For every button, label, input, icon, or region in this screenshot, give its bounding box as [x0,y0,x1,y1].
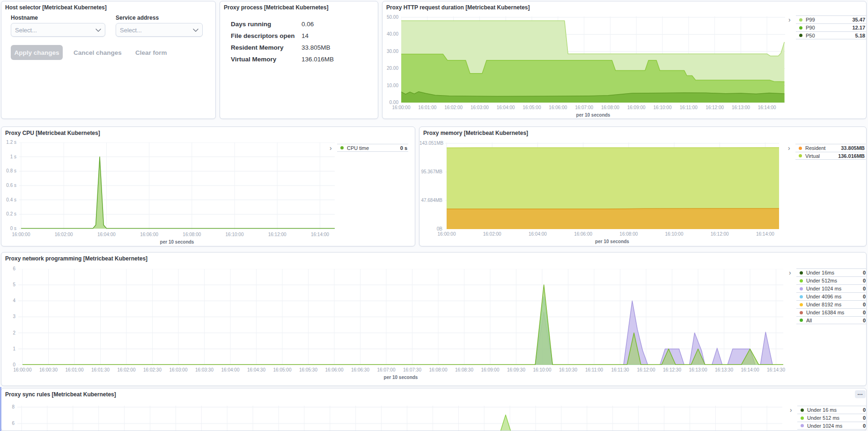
legend-item[interactable]: Under 4096 ms0 [796,292,867,300]
legend-color-dot [800,303,803,306]
y-axis-tick-label: 2 [1,330,15,335]
legend-color-dot [799,18,802,22]
panel-proxy-memory: Proxy memory [Metricbeat Kubernetes] 0B4… [419,126,867,246]
series-area-cpu-time [21,157,335,229]
y-axis-tick-label: 0.2 s [1,211,16,216]
panel-proxy-network-programming: Proxy network programming [Metricbeat Ku… [1,252,867,386]
y-axis-tick-label: 0B [419,226,442,231]
legend-color-dot [800,311,803,314]
x-axis-tick-label: 16:14:00 [748,105,786,110]
legend-value: 0 s [400,145,407,151]
legend-collapse-icon[interactable]: › [788,145,790,151]
legend-color-dot [800,319,803,322]
legend-item[interactable]: Under 512ms0 [796,276,867,284]
legend-item[interactable]: CPU time0 s [337,144,408,152]
x-axis-title: per 10 seconds [546,112,640,118]
memory-chart: 0B47.684MB95.367MB143.051MB16:00:0016:02… [419,127,866,246]
y-axis-tick-label: 6 [1,421,15,426]
legend-item[interactable]: Virtual136.016MB [795,152,866,160]
legend-collapse-icon[interactable]: › [788,17,791,22]
service-address-select[interactable]: Select... [116,23,203,37]
x-axis-tick-label: 16:10:00 [655,231,693,237]
x-axis-tick-label: 16:00:00 [2,232,40,237]
legend-item[interactable]: Under 8192 ms0 [796,300,867,308]
series-area-resident [447,208,779,229]
x-axis-tick-label: 16:08:00 [173,232,211,237]
chart-legend: P9935.47P9012.17P505.18 [796,15,866,39]
y-axis-tick-label: 1.2 s [1,140,16,145]
legend-item[interactable]: P9935.47 [796,15,866,23]
metric-row: File descriptors open14 [231,32,309,39]
metric-value: 33.805MB [302,44,331,51]
legend-label: Resident [805,145,841,151]
x-axis-tick-label: 16:14:00 [746,231,784,237]
series-line-under-512-ms [22,415,767,431]
legend-color-dot [800,287,803,290]
y-axis-tick-label: 0.6 s [1,183,16,188]
y-axis-tick-label: 40.00 [383,31,398,37]
legend-item[interactable]: Under 512 ms0 [797,414,867,422]
x-axis-tick-label: 16:06:00 [565,231,602,237]
legend-value: 0 [863,294,866,299]
x-axis-tick-label: 16:08:00 [610,231,647,237]
series-area-under-512-ms [22,415,767,431]
legend-label: Under 512 ms [807,415,863,421]
legend-item[interactable]: P9012.17 [796,23,866,31]
sync-rules-chart: 86›Under 16 ms0Under 512 ms0Under 1024 m… [1,388,866,431]
legend-collapse-icon[interactable]: › [789,270,791,275]
legend-label: P90 [806,25,852,30]
legend-collapse-icon[interactable]: › [330,145,332,151]
chart-legend: Under 16ms0Under 512ms0Under 1024 ms0Und… [796,268,867,324]
legend-color-dot [801,409,804,412]
legend-item[interactable]: All0 [796,316,867,324]
x-axis-tick-label: 16:00:00 [428,231,465,237]
legend-value: 0 [863,415,866,421]
apply-changes-button[interactable]: Apply changes [11,45,63,60]
legend-label: Under 16384 ms [806,310,863,315]
legend-item[interactable]: Under 16384 ms0 [796,308,867,316]
y-axis-tick-label: 8 [1,404,15,409]
legend-value: 0 [863,318,866,323]
left-scrollbar[interactable] [0,387,1,431]
clear-form-button[interactable]: Clear form [132,45,170,60]
cancel-changes-button[interactable]: Cancel changes [71,45,125,60]
legend-value: 0 [863,310,866,315]
legend-color-dot [801,424,804,427]
legend-item[interactable]: Under 16 ms0 [797,406,867,414]
legend-color-dot [800,271,803,275]
legend-label: CPU time [347,145,400,151]
memory-plot-area [445,142,779,229]
hostname-select[interactable]: Select... [11,23,105,37]
y-axis-tick-label: 143.051MB [419,141,442,146]
y-axis-tick-label: 4 [1,298,15,303]
panel-proxy-http-request-duration: Proxy HTTP request duration [Metricbeat … [382,1,867,119]
legend-item[interactable]: P505.18 [796,31,866,39]
metric-label: Virtual Memory [231,56,302,63]
legend-collapse-icon[interactable]: › [790,407,792,413]
legend-item[interactable]: Under 1024 ms0 [796,284,867,292]
x-axis-title: per 10 seconds [130,239,224,245]
metric-label: File descriptors open [231,32,302,39]
legend-value: 33.805MB [841,145,865,151]
legend-item[interactable]: Under 1024 ms0 [797,422,867,430]
legend-value: 0 [863,302,866,307]
sync-plot-area [17,406,782,431]
x-axis-tick-label: 16:10:00 [216,232,253,237]
y-axis-tick-label: 0.00 [383,100,398,105]
legend-item[interactable]: Resident33.805MB [795,144,866,152]
http-request-duration-chart: 0.0010.0020.0030.0040.0050.0016:00:0016:… [383,1,866,119]
network-plot-area [18,269,783,365]
legend-value: 0 [863,286,866,291]
y-axis-tick-label: 5 [1,282,15,287]
legend-label: Under 512ms [806,278,863,283]
x-axis-tick-label: 16:06:00 [131,232,168,237]
http-plot-area [401,16,785,103]
hostname-label: Hostname [11,15,38,21]
panel-proxy-process: Proxy process [Metricbeat Kubernetes] Da… [220,1,378,119]
legend-item[interactable]: Under 16ms0 [796,268,867,276]
x-axis-title: per 10 seconds [354,375,448,380]
legend-color-dot [799,154,802,157]
chart-legend: Resident33.805MBVirtual136.016MB [795,144,866,160]
x-axis-tick-label: 16:14:00 [301,232,338,237]
metric-value: 0.06 [302,21,314,28]
